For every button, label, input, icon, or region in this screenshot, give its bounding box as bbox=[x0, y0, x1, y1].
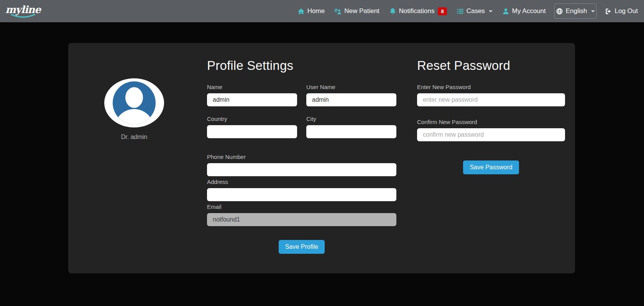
user-icon bbox=[502, 8, 509, 15]
logo-swoosh-icon bbox=[11, 14, 35, 18]
email-input bbox=[207, 213, 396, 226]
new-patient-icon bbox=[334, 8, 342, 15]
new-password-label: Enter New Password bbox=[417, 84, 565, 90]
address-input[interactable] bbox=[207, 188, 396, 201]
caret-down-icon bbox=[489, 10, 493, 12]
list-icon bbox=[457, 8, 464, 15]
country-label: Country bbox=[207, 116, 297, 122]
user-name-field-group: User Name bbox=[306, 84, 396, 106]
bell-icon bbox=[389, 8, 396, 15]
address-label: Address bbox=[207, 179, 396, 185]
country-input[interactable] bbox=[207, 125, 297, 138]
name-field-group: Name bbox=[207, 84, 297, 106]
avatar-person-icon bbox=[113, 81, 156, 124]
city-label: City bbox=[306, 116, 396, 122]
app-logo-text: myline bbox=[5, 5, 41, 15]
profile-card: Dr. admin Profile Settings Name User Nam… bbox=[68, 43, 575, 273]
profile-settings-title: Profile Settings bbox=[207, 58, 396, 73]
notifications-badge: 8 bbox=[438, 7, 447, 15]
home-icon bbox=[297, 8, 305, 15]
globe-icon bbox=[556, 8, 563, 15]
save-password-button[interactable]: Save Password bbox=[463, 160, 519, 174]
nav-new-patient-label: New Patient bbox=[344, 7, 380, 15]
logout-icon bbox=[605, 8, 612, 15]
nav-home[interactable]: Home bbox=[297, 7, 325, 15]
nav-language-dropdown[interactable]: English bbox=[554, 3, 596, 19]
reset-password-title: Reset Password bbox=[417, 58, 565, 73]
reset-password-section: Reset Password Enter New Password Confir… bbox=[417, 58, 565, 174]
city-input[interactable] bbox=[306, 125, 396, 138]
nav-log-out-label: Log Out bbox=[615, 7, 638, 15]
nav-my-account-label: My Account bbox=[512, 7, 546, 15]
nav-new-patient[interactable]: New Patient bbox=[334, 7, 380, 15]
nav-language-label: English bbox=[566, 7, 587, 15]
confirm-password-label: Confirm New Password bbox=[417, 119, 565, 125]
nav-cases-label: Cases bbox=[467, 7, 485, 15]
email-field-group: Email bbox=[207, 203, 396, 226]
avatar-caption: Dr. admin bbox=[100, 134, 169, 141]
phone-label: Phone Number bbox=[207, 154, 396, 160]
phone-field-group: Phone Number bbox=[207, 154, 396, 176]
navbar-menu: Home New Patient Notifications 8 bbox=[297, 3, 638, 19]
name-label: Name bbox=[207, 84, 297, 90]
address-field-group: Address bbox=[207, 179, 396, 201]
save-profile-button[interactable]: Save Profile bbox=[279, 240, 325, 254]
city-field-group: City bbox=[306, 116, 396, 138]
country-field-group: Country bbox=[207, 116, 297, 138]
nav-home-label: Home bbox=[307, 7, 325, 15]
new-password-input[interactable] bbox=[417, 93, 565, 106]
nav-cases[interactable]: Cases bbox=[457, 7, 493, 15]
avatar[interactable] bbox=[104, 78, 164, 127]
user-name-input[interactable] bbox=[306, 93, 396, 106]
confirm-password-field-group: Confirm New Password bbox=[417, 119, 565, 141]
confirm-password-input[interactable] bbox=[417, 128, 565, 141]
nav-notifications-label: Notifications bbox=[399, 7, 435, 15]
phone-input[interactable] bbox=[207, 163, 396, 176]
caret-down-icon bbox=[591, 10, 595, 12]
user-name-label: User Name bbox=[306, 84, 396, 90]
app-logo[interactable]: myline bbox=[5, 5, 41, 18]
avatar-block: Dr. admin bbox=[100, 78, 169, 141]
name-input[interactable] bbox=[207, 93, 297, 106]
profile-settings-section: Profile Settings Name User Name Country … bbox=[207, 58, 396, 254]
nav-notifications[interactable]: Notifications 8 bbox=[389, 7, 447, 15]
email-label: Email bbox=[207, 203, 396, 210]
nav-log-out[interactable]: Log Out bbox=[605, 7, 638, 15]
top-navbar: myline Home New Patient Notifications bbox=[0, 0, 644, 22]
new-password-field-group: Enter New Password bbox=[417, 84, 565, 106]
nav-my-account[interactable]: My Account bbox=[502, 7, 546, 15]
